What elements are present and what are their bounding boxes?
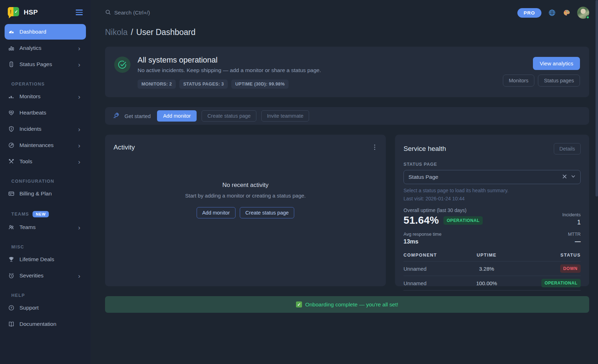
pro-plan-badge[interactable]: PRO: [517, 8, 541, 18]
check-emoji-icon: [296, 301, 302, 307]
incidents-value: 1: [562, 219, 581, 226]
traffic-light-icon: [8, 61, 14, 67]
chevron-right-icon: ›: [78, 142, 82, 149]
kebab-menu-icon[interactable]: [372, 143, 377, 151]
chevron-right-icon: ›: [78, 45, 82, 52]
sidebar-item-incidents[interactable]: Incidents ›: [5, 121, 86, 137]
app-logo-icon[interactable]: [8, 7, 19, 18]
bar-chart-icon: [8, 45, 14, 51]
status-pages-button[interactable]: Status pages: [538, 75, 580, 87]
column-header-status: STATUS: [506, 249, 581, 262]
chevron-right-icon: ›: [78, 93, 82, 100]
column-header-uptime: UPTIME: [467, 249, 506, 262]
mttr-label: MTTR: [568, 231, 581, 237]
component-name: Unnamed: [403, 262, 467, 276]
sidebar-item-label: Lifetime Deals: [19, 256, 82, 263]
component-uptime: 3.28%: [467, 262, 506, 276]
logo-bubble-tail: [9, 16, 12, 18]
status-hero-card: All systems operational No active incide…: [105, 47, 589, 97]
globe-icon[interactable]: [548, 9, 556, 17]
wrench-circle-icon: [8, 142, 14, 148]
activity-empty-state: No recent activity Start by adding a mon…: [114, 182, 377, 218]
sidebar-item-label: Incidents: [19, 126, 73, 132]
table-row[interactable]: Unnamed 3.28% DOWN: [403, 262, 581, 276]
online-status-dot: [586, 16, 590, 19]
create-status-page-button[interactable]: Create status page: [202, 110, 256, 122]
activity-card: Activity No recent activity Start by add…: [105, 135, 386, 286]
logo-check-half: [13, 7, 19, 16]
sidebar-item-monitors[interactable]: Monitors ›: [5, 89, 86, 104]
status-page-select[interactable]: Status Page: [403, 170, 581, 184]
theme-palette-icon[interactable]: [563, 9, 570, 17]
signal-bars-icon: [8, 93, 14, 100]
user-avatar[interactable]: [577, 7, 589, 19]
rocket-icon: [113, 112, 120, 120]
breadcrumb-parent[interactable]: Nikola: [105, 28, 128, 37]
search-box[interactable]: [105, 9, 199, 17]
empty-state-title: No recent activity: [114, 182, 377, 189]
invite-teammate-button[interactable]: Invite teammate: [261, 110, 309, 122]
logo-alert-half: [8, 7, 13, 16]
last-visit-text: Last visit: 2026-01-24 10:44: [403, 196, 581, 201]
page-title: User Dashboard: [136, 28, 195, 37]
hamburger-menu-icon[interactable]: [75, 8, 83, 17]
chevron-right-icon: ›: [78, 272, 82, 279]
sidebar-item-billing[interactable]: Billing & Plan: [5, 186, 86, 201]
sidebar-item-dashboard[interactable]: Dashboard: [5, 24, 86, 40]
sidebar-section-help: HELP: [11, 293, 91, 298]
monitors-button[interactable]: Monitors: [503, 75, 535, 87]
sidebar-item-severities[interactable]: Severities ›: [5, 268, 86, 283]
topbar: PRO: [105, 0, 589, 19]
scrollbar-thumb[interactable]: [596, 0, 598, 196]
gauge-icon: [8, 29, 14, 35]
onboarding-complete-banner: Onboarding complete — you're all set!: [105, 296, 589, 313]
column-header-component: COMPONENT: [403, 249, 467, 262]
sidebar-item-label: Documentation: [19, 321, 82, 327]
view-analytics-button[interactable]: View analytics: [533, 57, 580, 70]
chevron-right-icon: ›: [78, 158, 82, 165]
page-scrollbar: [596, 0, 598, 364]
sidebar-item-documentation[interactable]: Documentation: [5, 316, 86, 332]
operational-status-badge: OPERATIONAL: [541, 279, 581, 287]
details-button[interactable]: Details: [554, 143, 581, 154]
sidebar-item-status-pages[interactable]: Status Pages ›: [5, 57, 86, 72]
components-table: COMPONENT UPTIME STATUS Unnamed 3.28% DO…: [403, 249, 581, 290]
sidebar-item-teams[interactable]: Teams ›: [5, 219, 86, 235]
incidents-label: Incidents: [562, 212, 581, 217]
book-icon: [8, 321, 14, 327]
add-monitor-button[interactable]: Add monitor: [157, 110, 197, 122]
sidebar-item-label: Teams: [19, 224, 73, 230]
status-page-field-label: STATUS PAGE: [403, 162, 581, 167]
avg-response-value: 13ms: [403, 238, 441, 245]
status-page-select-value: Status Page: [408, 174, 562, 180]
table-row[interactable]: Unnamed 100.00% OPERATIONAL: [403, 276, 581, 290]
question-circle-icon: ?: [8, 305, 14, 311]
service-health-title: Service health: [403, 145, 446, 153]
svg-text:?: ?: [10, 306, 12, 310]
onboarding-banner-text: Onboarding complete — you're all set!: [305, 301, 398, 308]
avg-response-label: Avg response time: [403, 231, 441, 237]
sidebar-item-maintenances[interactable]: Maintenances ›: [5, 137, 86, 153]
sidebar-item-label: Status Pages: [19, 61, 73, 67]
sidebar-item-support[interactable]: ? Support: [5, 300, 86, 316]
shield-alert-icon: [8, 126, 14, 132]
chevron-right-icon: ›: [78, 61, 82, 68]
hero-title: All systems operational: [138, 55, 321, 65]
hero-subtitle: No active incidents. Keep shipping — add…: [138, 67, 321, 74]
monitors-count-badge: MONITORS: 2: [138, 80, 176, 89]
uptime-value: 51.64%: [403, 215, 439, 226]
sidebar: HSP Dashboard Analytics › Status Pages ›…: [0, 0, 91, 364]
empty-create-status-page-button[interactable]: Create status page: [240, 207, 295, 218]
clear-selection-icon[interactable]: [562, 174, 567, 180]
search-input[interactable]: [114, 10, 199, 16]
get-started-label: Get started: [124, 113, 151, 119]
empty-add-monitor-button[interactable]: Add monitor: [197, 207, 236, 218]
main-content: PRO Nikola / User Dashboard: [91, 0, 598, 364]
sidebar-item-tools[interactable]: Tools ›: [5, 154, 86, 169]
trophy-icon: [8, 256, 14, 263]
sidebar-item-lifetime-deals[interactable]: Lifetime Deals: [5, 252, 86, 267]
app-root: HSP Dashboard Analytics › Status Pages ›…: [0, 0, 598, 364]
sidebar-item-heartbeats[interactable]: Heartbeats: [5, 105, 86, 121]
chevron-down-icon[interactable]: [571, 174, 576, 180]
sidebar-item-analytics[interactable]: Analytics ›: [5, 40, 86, 56]
